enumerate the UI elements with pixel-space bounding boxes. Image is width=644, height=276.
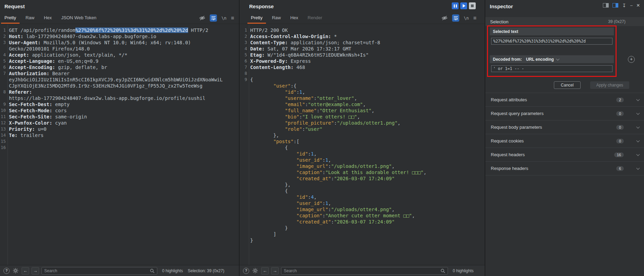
line-content: Sec-Fetch-Dest: empty	[8, 101, 70, 107]
line-number: 2	[0, 33, 8, 39]
line-content: },	[249, 182, 291, 188]
line-content: "full_name":"Otter Enthusiast",	[249, 107, 374, 114]
response-tab-pretty[interactable]: Pretty	[247, 13, 266, 24]
editor-line: 2Host: lab-1772904248407-dswx2w.labs-app…	[0, 33, 239, 39]
inspector-section-request-query-parameters[interactable]: Request query parameters0	[485, 107, 644, 120]
search-forward-button[interactable]: →	[32, 267, 39, 275]
line-number	[241, 114, 249, 120]
line-number: 1	[241, 27, 249, 33]
minimize-icon[interactable]: −	[630, 3, 633, 8]
line-number: 12	[0, 120, 8, 126]
response-editor[interactable]: 1HTTP/2 200 OK2Access-Control-Allow-Orig…	[240, 24, 485, 265]
help-icon[interactable]: ?	[3, 268, 10, 274]
line-content: User-Agent: Mozilla/5.0 (Windows NT 10.0…	[8, 39, 191, 46]
line-content: "image_url":"/uploads/otter1.png",	[249, 163, 394, 169]
menu-icon[interactable]: ≡	[473, 15, 476, 21]
chevron-down-icon	[636, 139, 640, 142]
decoded-from-header: Decoded from: URL encoding	[490, 55, 614, 63]
close-icon[interactable]: ×	[636, 3, 640, 8]
editor-line: 5Accept-Language: en-US,en;q=0.9	[0, 58, 239, 64]
inspector-section-request-body-parameters[interactable]: Request body parameters0	[485, 120, 644, 134]
highlights-count: 0 highlights	[453, 268, 474, 273]
play-button[interactable]	[460, 2, 467, 9]
export-icon[interactable]: ↧	[622, 3, 626, 8]
editor-line: https://lab-1772904248407-dswx2w.labs-ap…	[0, 95, 239, 101]
inspector-section-request-attributes[interactable]: Request attributes2	[485, 93, 644, 107]
help-icon[interactable]: ?	[243, 268, 249, 274]
cancel-button[interactable]: Cancel	[554, 81, 581, 89]
line-number	[0, 77, 8, 83]
decoder-select[interactable]: URL encoding	[526, 57, 559, 62]
line-content: },	[249, 132, 279, 138]
line-content: "caption":"Another cute otter moment □□"…	[249, 212, 415, 219]
line-number: 2	[241, 33, 249, 39]
request-tab-jwt[interactable]: JSON Web Token	[58, 13, 100, 24]
eye-off-icon[interactable]	[199, 15, 205, 21]
editor-line: 1GET /api/profile/random%27%20%6f%72%20%…	[0, 27, 239, 33]
layout-left-icon[interactable]	[603, 3, 609, 8]
line-content: Authorization: Bearer	[8, 70, 70, 77]
request-tab-hex[interactable]: Hex	[40, 13, 55, 24]
line-number: 14	[0, 132, 8, 138]
line-number	[241, 89, 249, 95]
line-number	[241, 157, 249, 163]
request-tab-pretty[interactable]: Pretty	[1, 13, 20, 24]
response-tab-render[interactable]: Render	[304, 13, 326, 24]
selected-text-input[interactable]: %27%20%6f%72%20%31%3d%31%20%2d%2d%20%2d	[491, 38, 612, 45]
selected-text-header: Selected text	[490, 27, 614, 35]
inspector-section-request-headers[interactable]: Request headers16	[485, 148, 644, 162]
search-icon	[150, 268, 155, 273]
gear-icon[interactable]	[252, 268, 258, 274]
response-tab-raw[interactable]: Raw	[268, 13, 284, 24]
eye-off-icon[interactable]	[441, 15, 448, 21]
add-decoder-icon[interactable]: +	[628, 56, 635, 63]
editor-line: "username":"otter_lover",	[241, 95, 485, 101]
line-number	[241, 126, 249, 132]
response-panel: Response Pretty Raw Hex Render \n ≡ 1HTT…	[240, 0, 485, 276]
line-content: Referer:	[8, 89, 32, 95]
menu-icon[interactable]: ≡	[231, 15, 234, 21]
response-search-input[interactable]: Search	[281, 267, 448, 275]
section-label: Request headers	[491, 152, 525, 157]
search-back-button[interactable]: ←	[261, 267, 269, 275]
gear-icon[interactable]	[13, 268, 19, 274]
selection-row[interactable]: Selection 39 (0x27)	[485, 17, 644, 26]
editor-line: 7Content-Length: 468	[241, 64, 485, 70]
inspector-section-request-cookies[interactable]: Request cookies0	[485, 134, 644, 148]
search-back-button[interactable]: ←	[22, 267, 29, 275]
soft-wrap-icon[interactable]	[452, 14, 459, 22]
line-number: 6	[241, 58, 249, 64]
inspector-section-response-headers[interactable]: Response headers6	[485, 162, 644, 175]
editor-line: 16	[0, 145, 239, 151]
search-forward-button[interactable]: →	[271, 267, 279, 275]
line-content: }	[249, 225, 288, 231]
newline-icon[interactable]: \n	[464, 16, 469, 21]
layout-right-icon[interactable]	[612, 3, 618, 8]
editor-line: 5Etag: W/"1d4-q6BA4RZk6tHS7iEDUEWknNsh+I…	[241, 52, 485, 58]
request-tab-raw[interactable]: Raw	[22, 13, 38, 24]
request-search-input[interactable]: Search	[41, 267, 157, 275]
request-toolbar: \n ≡	[199, 14, 234, 22]
request-editor[interactable]: 1GET /api/profile/random%27%20%6f%72%20%…	[0, 24, 239, 265]
chevron-down-icon	[636, 125, 640, 128]
chevron-down-icon	[636, 152, 640, 156]
line-number	[241, 219, 249, 225]
line-number	[241, 182, 249, 188]
soft-wrap-icon[interactable]	[210, 14, 217, 22]
stop-button[interactable]	[469, 2, 476, 9]
line-content: Etag: W/"1d4-q6BA4RZk6tHS7iEDUEWknNsh+Is…	[249, 52, 369, 58]
pause-button[interactable]	[452, 2, 459, 9]
line-content: "role":"user"	[249, 126, 323, 132]
apply-changes-button[interactable]: Apply changes	[590, 81, 629, 89]
newline-icon[interactable]: \n	[221, 16, 226, 21]
editor-line: "bio":"I love otters! □□",	[241, 114, 485, 120]
editor-line: 10Sec-Fetch-Mode: cors	[0, 107, 239, 114]
editor-line: 12X-Pwnfox-Color: cyan	[0, 120, 239, 126]
response-tab-hex[interactable]: Hex	[287, 13, 302, 24]
count-badge: 0	[616, 139, 624, 143]
line-content: "email":"otter@example.com",	[249, 101, 366, 107]
line-number	[0, 83, 8, 89]
decoded-text-input[interactable]: ' or 1=1 -- -	[491, 65, 612, 72]
editor-line: CJpYXQiOjE3NzI5MDQ2MTd9.Ir9z-S3EHzNZh4JG…	[0, 83, 239, 89]
chevron-down-icon	[556, 57, 559, 60]
